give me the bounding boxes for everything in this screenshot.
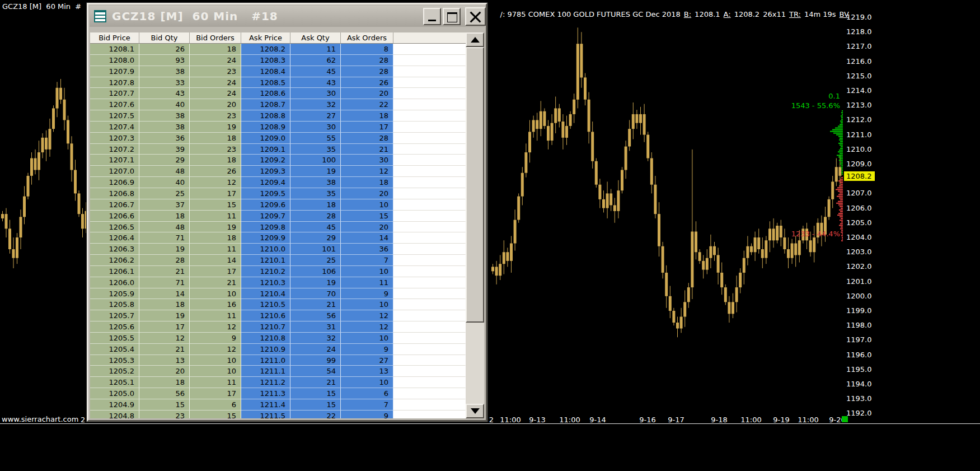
bid-price-cell: 1207.7	[90, 88, 139, 99]
column-header[interactable]: Bid Qty	[139, 32, 190, 43]
bid-qty-cell: 14	[139, 288, 190, 300]
empty-cell	[393, 277, 466, 288]
depth-row[interactable]: 1206.548191209.84520	[90, 222, 466, 233]
bid-orders-cell: 9	[190, 333, 241, 344]
depth-row[interactable]: 1205.118111211.22110	[90, 377, 466, 388]
bid-orders-cell: 23	[190, 66, 241, 77]
ask-price-cell: 1209.1	[241, 144, 290, 155]
empty-cell	[393, 288, 466, 300]
bid-price-cell: 1205.8	[90, 299, 139, 310]
depth-row[interactable]: 1207.938231208.44528	[90, 66, 466, 77]
bid-price-cell: 1205.4	[90, 344, 139, 355]
depth-row[interactable]: 1207.538231208.82718	[90, 110, 466, 122]
empty-cell	[393, 77, 466, 88]
depth-row[interactable]: 1204.91561211.4157	[90, 399, 466, 411]
depth-row[interactable]: 1207.048261209.31912	[90, 166, 466, 177]
depth-row[interactable]: 1206.471181209.92914	[90, 232, 466, 244]
bid-qty-cell: 29	[139, 155, 190, 166]
bid-qty-cell: 21	[139, 344, 190, 355]
depth-window-titlebar[interactable]: GCZ18 [M] 60 Min #18	[90, 6, 485, 27]
depth-row[interactable]: 1208.093241208.36228	[90, 55, 466, 66]
ask-price-cell: 1210.4	[241, 288, 290, 300]
bid-orders-cell: 11	[190, 377, 241, 388]
depth-row[interactable]: 1207.833241208.54326	[90, 77, 466, 88]
depth-row[interactable]: 1205.719111210.65612	[90, 310, 466, 321]
empty-cell	[393, 299, 466, 310]
depth-row[interactable]: 1206.940121209.43818	[90, 177, 466, 188]
depth-row[interactable]: 1207.640201208.73222	[90, 99, 466, 110]
ask-qty-cell: 106	[290, 266, 341, 277]
bid-orders-cell: 12	[190, 321, 241, 333]
bid-qty-cell: 23	[139, 411, 190, 418]
close-button[interactable]	[465, 7, 486, 26]
column-header[interactable]: Ask Price	[241, 32, 290, 43]
column-header[interactable]: Ask Qty	[290, 32, 341, 43]
ask-price-cell: 1211.5	[241, 411, 290, 418]
depth-row[interactable]: 1205.220101211.15413	[90, 366, 466, 377]
depth-row[interactable]: 1207.743241208.63020	[90, 88, 466, 99]
column-header[interactable]: Bid Orders	[190, 32, 241, 43]
ask-orders-cell: 7	[341, 255, 393, 266]
ask-price-cell: 1210.3	[241, 277, 290, 288]
column-header[interactable]: Ask Orders	[341, 32, 393, 43]
depth-row[interactable]: 1205.421121210.9249	[90, 344, 466, 355]
maximize-button[interactable]	[443, 8, 461, 25]
ask-qty-cell: 30	[290, 122, 341, 133]
depth-row[interactable]: 1204.823151211.5229	[90, 411, 466, 418]
depth-row[interactable]: 1205.818161210.52110	[90, 299, 466, 310]
bid-orders-cell: 11	[190, 310, 241, 321]
depth-row[interactable]: 1206.825171209.53520	[90, 188, 466, 199]
depth-row[interactable]: 1206.737151209.61810	[90, 199, 466, 211]
ask-price-cell: 1209.4	[241, 177, 290, 188]
bid-price-cell: 1204.9	[90, 399, 139, 411]
depth-row[interactable]: 1207.239231209.13521	[90, 144, 466, 155]
ask-price-cell: 1209.3	[241, 166, 290, 177]
empty-cell	[393, 155, 466, 166]
bid-price-cell: 1206.6	[90, 211, 139, 222]
time-axis-label: 11:00	[798, 416, 818, 424]
empty-cell	[393, 377, 466, 388]
depth-row[interactable]: 1207.336181209.05528	[90, 133, 466, 144]
depth-row[interactable]: 1206.071211210.31911	[90, 277, 466, 288]
minimize-button[interactable]	[423, 8, 441, 25]
depth-row[interactable]: 1205.914101210.4709	[90, 288, 466, 300]
depth-row[interactable]: 1206.228141210.1257	[90, 255, 466, 266]
price-axis-label: 1197.0	[846, 335, 872, 344]
bid-orders-cell: 26	[190, 166, 241, 177]
depth-row[interactable]: 1205.617121210.73112	[90, 321, 466, 333]
bid-price-cell: 1207.2	[90, 144, 139, 155]
empty-cell	[393, 199, 466, 211]
ask-orders-cell: 26	[341, 77, 393, 88]
ask-price-cell: 1209.9	[241, 232, 290, 244]
bid-orders-cell: 6	[190, 399, 241, 411]
bid-qty-cell: 38	[139, 66, 190, 77]
depth-row[interactable]: 1205.51291210.83210	[90, 333, 466, 344]
ask-qty-cell: 30	[290, 88, 341, 99]
time-axis-label: 11:00	[500, 416, 521, 424]
ask-qty-cell: 25	[290, 255, 341, 266]
depth-row[interactable]: 1207.438191208.93017	[90, 122, 466, 133]
scroll-down-button[interactable]	[466, 404, 484, 418]
depth-row[interactable]: 1207.129181209.210030	[90, 155, 466, 166]
quote-header: /: 9785 COMEX 100 GOLD FUTURES GC Dec 20…	[491, 2, 852, 27]
ask-orders-cell: 27	[341, 355, 393, 366]
triangle-up-icon	[471, 37, 480, 43]
bid-qty-cell: 28	[139, 255, 190, 266]
empty-cell	[393, 232, 466, 244]
bid-price-cell: 1205.9	[90, 288, 139, 300]
depth-row[interactable]: 1205.313101211.09927	[90, 355, 466, 366]
depth-row[interactable]: 1208.126181208.2118	[90, 44, 466, 55]
ask-price-cell: 1210.2	[241, 266, 290, 277]
scroll-up-button[interactable]	[466, 32, 484, 47]
depth-row[interactable]: 1206.121171210.210610	[90, 266, 466, 277]
depth-row[interactable]: 1205.056171211.3156	[90, 388, 466, 399]
bid-qty-cell: 38	[139, 122, 190, 133]
column-header[interactable]: Bid Price	[90, 32, 139, 43]
depth-row[interactable]: 1206.319111210.010136	[90, 244, 466, 255]
depth-row[interactable]: 1206.618111209.72815	[90, 211, 466, 222]
empty-cell	[393, 122, 466, 133]
depth-scrollbar[interactable]	[466, 32, 484, 418]
bid-orders-cell: 10	[190, 366, 241, 377]
ask-orders-cell: 13	[341, 366, 393, 377]
scrollbar-thumb[interactable]	[466, 47, 484, 323]
